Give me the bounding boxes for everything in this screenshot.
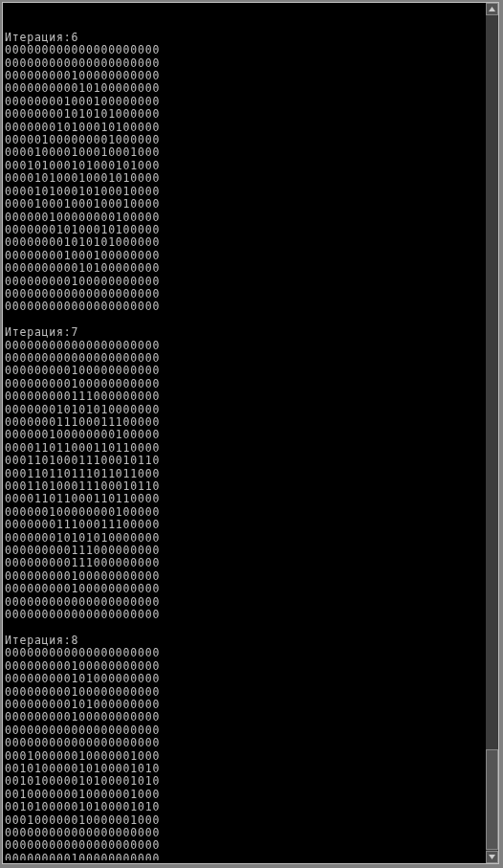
console-output: Итерация:6 000000000000000000000 0000000… [5, 6, 485, 860]
chevron-down-icon [487, 852, 497, 862]
vertical-scrollbar[interactable] [486, 3, 498, 863]
svg-marker-0 [489, 7, 495, 11]
console-window: Итерация:6 000000000000000000000 0000000… [2, 2, 499, 864]
svg-marker-1 [489, 855, 495, 859]
chevron-up-icon [487, 4, 497, 14]
scroll-thumb[interactable] [486, 749, 498, 850]
console-text: Итерация:6 000000000000000000000 0000000… [5, 32, 485, 860]
scroll-down-button[interactable] [486, 851, 498, 863]
scroll-up-button[interactable] [486, 3, 498, 15]
